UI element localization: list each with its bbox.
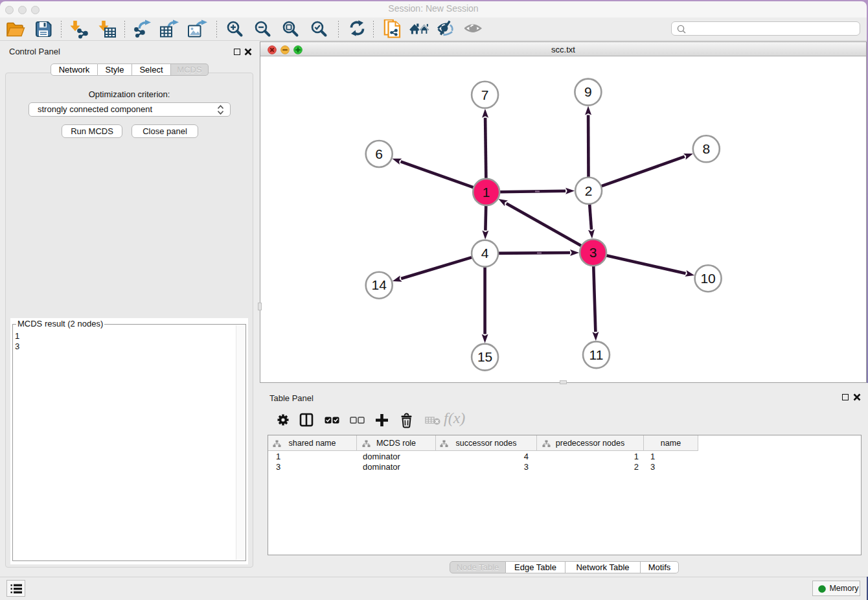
svg-text:11: 11	[589, 347, 604, 362]
svg-text:7: 7	[481, 87, 489, 102]
svg-text:2: 2	[585, 183, 593, 198]
svg-text:3: 3	[589, 245, 597, 260]
svg-text:14: 14	[372, 277, 387, 292]
svg-text:1: 1	[483, 185, 490, 200]
svg-text:10: 10	[700, 271, 715, 286]
svg-text:15: 15	[477, 349, 492, 364]
svg-text:4: 4	[481, 246, 489, 260]
svg-text:8: 8	[702, 141, 710, 156]
svg-text:9: 9	[584, 84, 592, 99]
svg-text:6: 6	[375, 146, 383, 161]
